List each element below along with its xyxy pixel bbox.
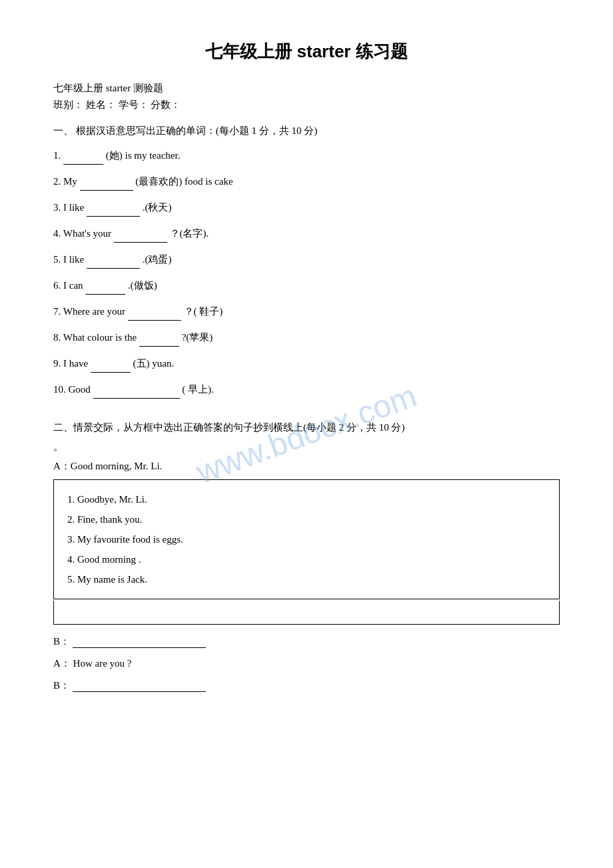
q4-num: 4. What's your bbox=[53, 228, 114, 239]
q8-num: 8. What colour is the bbox=[53, 332, 139, 343]
box-item-2: 2. Fine, thank you. bbox=[67, 509, 546, 529]
answer-box: 1. Goodbye, Mr. Li. 2. Fine, thank you. … bbox=[53, 479, 560, 599]
question-5: 5. I like .(鸡蛋) bbox=[53, 251, 560, 269]
section-one-title: 一、 根据汉语意思写出正确的单词：(每小题 1 分，共 10 分) bbox=[53, 125, 560, 137]
question-9: 9. I have (五) yuan. bbox=[53, 355, 560, 373]
question-4: 4. What's your ？(名字). bbox=[53, 225, 560, 243]
section-two-title: 二、情景交际，从方框中选出正确答案的句子抄到横线上(每小题 2 分，共 10 分… bbox=[53, 419, 560, 437]
q8-hint: ?(苹果) bbox=[182, 332, 213, 343]
answer-box-empty bbox=[53, 601, 560, 625]
question-2: 2. My (最喜欢的) food is cake bbox=[53, 173, 560, 191]
q6-blank bbox=[85, 283, 125, 295]
q4-hint: ？(名字). bbox=[170, 228, 209, 239]
q6-num: 6. I can bbox=[53, 280, 85, 291]
q2-hint: (最喜欢的) food is cake bbox=[135, 176, 233, 187]
class-info: 班别： 姓名： 学号： 分数： bbox=[53, 99, 560, 111]
q4-blank bbox=[114, 231, 167, 243]
q7-blank bbox=[128, 309, 181, 321]
good-morning-line: A：Good morning, Mr. Li. bbox=[53, 460, 560, 473]
box-item-5: 5. My name is Jack. bbox=[67, 569, 546, 589]
question-1: 1. (她) is my teacher. bbox=[53, 147, 560, 165]
box-item-4: 4. Good morning . bbox=[67, 549, 546, 569]
q2-num: 2. My bbox=[53, 176, 80, 187]
q3-blank bbox=[87, 205, 140, 217]
dialog-line-b1: B： bbox=[53, 635, 560, 648]
q5-num: 5. I like bbox=[53, 254, 87, 265]
subtitle: 七年级上册 starter 测验题 bbox=[53, 82, 560, 95]
q1-blank bbox=[63, 153, 103, 165]
box-item-3: 3. My favourite food is eggs. bbox=[67, 529, 546, 549]
question-6: 6. I can .(做饭) bbox=[53, 277, 560, 295]
speaker-a: A： bbox=[53, 658, 71, 669]
q3-hint: .(秋天) bbox=[143, 202, 172, 213]
question-3: 3. I like .(秋天) bbox=[53, 199, 560, 217]
q10-hint: ( 早上). bbox=[182, 384, 214, 395]
q10-blank bbox=[93, 387, 180, 399]
q5-blank bbox=[87, 257, 140, 269]
dialog-line-a: A： How are you ? bbox=[53, 655, 560, 673]
q2-blank bbox=[80, 179, 133, 191]
q5-hint: .(鸡蛋) bbox=[143, 254, 172, 265]
dot-note: 。 bbox=[53, 441, 560, 453]
q3-num: 3. I like bbox=[53, 202, 87, 213]
q1-num: 1. bbox=[53, 150, 61, 161]
question-7: 7. Where are your ？( 鞋子) bbox=[53, 303, 560, 321]
q1-hint: (她) is my teacher. bbox=[106, 150, 181, 161]
b1-blank bbox=[73, 636, 206, 648]
q9-num: 9. I have bbox=[53, 358, 91, 369]
how-are-you-text: How are you ? bbox=[73, 658, 132, 669]
b2-blank bbox=[73, 680, 206, 692]
speaker-b1: B： bbox=[53, 635, 70, 648]
box-item-1: 1. Goodbye, Mr. Li. bbox=[67, 489, 546, 509]
question-10: 10. Good ( 早上). bbox=[53, 381, 560, 399]
speaker-b2: B： bbox=[53, 679, 70, 692]
q6-hint: .(做饭) bbox=[128, 280, 157, 291]
page-title: 七年级上册 starter 练习题 bbox=[53, 40, 560, 63]
dialog-line-b2: B： bbox=[53, 679, 560, 692]
q7-num: 7. Where are your bbox=[53, 306, 128, 317]
question-8: 8. What colour is the ?(苹果) bbox=[53, 329, 560, 347]
q9-hint: (五) yuan. bbox=[133, 358, 175, 369]
q7-hint: ？( 鞋子) bbox=[184, 306, 223, 317]
q8-blank bbox=[139, 335, 179, 347]
q9-blank bbox=[91, 361, 131, 373]
q10-num: 10. Good bbox=[53, 384, 93, 395]
